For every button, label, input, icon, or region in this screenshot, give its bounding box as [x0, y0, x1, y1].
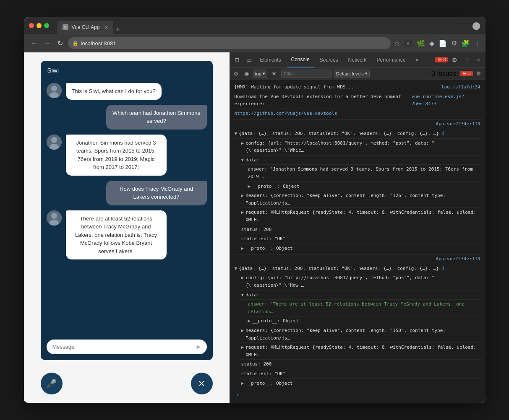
- svg-point-7: [51, 213, 57, 219]
- headers-text-1: headers: {connection: "keep-alive", cont…: [245, 192, 480, 207]
- message-input[interactable]: [52, 344, 196, 350]
- devtools-url[interactable]: https://github.com/vuejs/vue-devtools: [235, 111, 337, 116]
- browser-tab-active[interactable]: V Vue CLI App ×: [57, 21, 113, 34]
- traffic-light-green[interactable]: [44, 23, 49, 28]
- mic-button[interactable]: 🎤: [41, 373, 63, 394]
- lock-icon: 🔒: [72, 40, 78, 46]
- reading-icon[interactable]: 📄: [439, 39, 447, 47]
- settings-gear-icon[interactable]: ⚙: [475, 70, 483, 78]
- refresh-button[interactable]: ↻: [56, 38, 65, 49]
- chat-bubble-incoming: There are at least 52 relations between …: [66, 210, 167, 260]
- expand-config-2[interactable]: [241, 274, 244, 282]
- browser-tabs: V Vue CLI App × +: [57, 17, 120, 34]
- log-levels-dropdown[interactable]: Default levels ▾: [334, 70, 370, 78]
- hmr-link[interactable]: log.js?1afd:24: [441, 83, 480, 91]
- expand-headers-1[interactable]: [241, 192, 244, 200]
- console-headers-2: headers: {connection: "keep-alive", cont…: [240, 326, 482, 343]
- tab-network[interactable]: Network: [344, 52, 371, 67]
- tab-performance[interactable]: Performance: [373, 52, 410, 67]
- console-answer-2: answer: "There are at least 52 relations…: [246, 300, 482, 316]
- context-dropdown[interactable]: top ▾: [253, 70, 267, 78]
- chat-input-area: ➤: [47, 340, 207, 354]
- devtools-close-icon[interactable]: ×: [474, 55, 483, 65]
- expand-data-2[interactable]: [241, 291, 244, 299]
- chat-bottom-buttons: 🎤 ✕: [24, 368, 230, 403]
- error-icon: ⛔: [462, 71, 467, 76]
- address-text: localhost:8081: [81, 40, 116, 47]
- address-bar[interactable]: 🔒 localhost:8081: [68, 37, 391, 49]
- devtools-info-text: Download the Vue Devtools extension for …: [235, 93, 412, 108]
- expand-request-1[interactable]: [241, 209, 244, 216]
- chat-container: Siwi This is Siwi, what c: [41, 61, 213, 360]
- console-clear-icon[interactable]: ⊘: [232, 70, 240, 78]
- console-cursor-line[interactable]: ›: [233, 388, 482, 401]
- browser-window: V Vue CLI App × + ⬤ ← → ↻ 🔒 localhost:80…: [24, 17, 486, 403]
- error-badge: ⛔ 3: [435, 57, 448, 62]
- status-text-val-2: statusText: "OK": [241, 371, 286, 376]
- devtools-info-link[interactable]: vue.runtime.esm.js?2b0e:8473: [411, 93, 480, 108]
- console-object-1: {data: {…}, status: 200, statusText: "OK…: [233, 129, 482, 139]
- avatar: [47, 210, 62, 226]
- devtools-inspect-icon[interactable]: ⊡: [232, 55, 242, 65]
- extension2-icon[interactable]: ◆: [429, 39, 434, 47]
- source-link-1[interactable]: App.vue?234e:113: [436, 120, 480, 128]
- expand-config-1[interactable]: [241, 140, 244, 147]
- config-text-2: config: {url: "http://localhost:8081/que…: [245, 274, 480, 289]
- console-filter-input[interactable]: [281, 70, 332, 78]
- close-chat-button[interactable]: ✕: [191, 373, 213, 394]
- new-tab-button[interactable]: +: [116, 25, 120, 34]
- tab-elements[interactable]: Elements: [256, 52, 285, 67]
- console-status-text-1: statusText: "OK": [240, 234, 482, 244]
- traffic-lights: [29, 23, 49, 28]
- expand-request-2[interactable]: [241, 344, 244, 351]
- console-proto-main-1: __proto__: Object: [240, 244, 482, 254]
- expand-arrow-2[interactable]: [235, 265, 238, 272]
- bookmark-icon[interactable]: ☆: [394, 39, 400, 47]
- tab-more[interactable]: »: [411, 52, 423, 67]
- traffic-light-red[interactable]: [29, 23, 34, 28]
- extension1-icon[interactable]: 🌿: [417, 39, 425, 47]
- send-button[interactable]: ➤: [196, 343, 201, 351]
- devtools-settings-icon[interactable]: ⚙: [449, 55, 460, 65]
- tab-console[interactable]: Console: [287, 52, 314, 67]
- expand-proto-2[interactable]: [241, 380, 244, 387]
- forward-button[interactable]: →: [42, 38, 52, 49]
- console-status-2: status: 200: [240, 360, 482, 369]
- back-button[interactable]: ←: [29, 38, 39, 49]
- profile-icon[interactable]: ●: [404, 39, 412, 47]
- headers-text-2: headers: {connection: "keep-alive", cont…: [245, 327, 480, 342]
- console-preserve-icon[interactable]: ◉: [243, 70, 251, 78]
- eye-icon[interactable]: 👁: [270, 70, 279, 78]
- chat-title: Siwi: [47, 67, 59, 74]
- console-line-source2: App.vue?234e:113: [233, 254, 482, 264]
- browser-extensions-icon: ⬤: [472, 21, 480, 30]
- console-line-hmr: [HMR] Waiting for update signal from WDS…: [233, 83, 482, 92]
- tab-close-button[interactable]: ×: [104, 24, 108, 31]
- expand-proto-1[interactable]: [241, 245, 244, 252]
- console-line-devtools-url: https://github.com/vuejs/vue-devtools: [233, 109, 482, 119]
- devtools-toolbar: ⊘ ◉ top ▾ 👁 Default levels ▾ 3 Issues: ⛔…: [230, 67, 486, 80]
- source-link-2[interactable]: App.vue?234e:113: [436, 255, 480, 263]
- console-status-1: status: 200: [240, 225, 482, 235]
- puzzle-icon[interactable]: 🧩: [461, 39, 470, 47]
- chat-message-row: Which team had Jonathon Simmons served?: [106, 105, 207, 130]
- hmr-text: [HMR] Waiting for update signal from WDS…: [235, 83, 354, 91]
- devtools-device-icon[interactable]: ▭: [244, 55, 254, 65]
- status-text-2: status: 200: [241, 361, 272, 367]
- settings-icon[interactable]: ⚙: [451, 39, 457, 47]
- info-icon-1: ℹ: [442, 130, 444, 137]
- more-icon[interactable]: ⋮: [474, 39, 480, 47]
- console-answer-1: answer: "Jonathon Simmons had served 3 t…: [246, 165, 482, 181]
- expand-headers-2[interactable]: [241, 327, 244, 334]
- expand-proto-data-1[interactable]: [248, 183, 251, 190]
- console-object-2: {data: {…}, status: 200, statusText: "OK…: [233, 264, 482, 274]
- proto-data-text-1: __proto__: Object: [252, 183, 300, 190]
- devtools-more-icon[interactable]: ⋮: [462, 55, 472, 65]
- traffic-light-yellow[interactable]: [37, 23, 42, 28]
- console-content: [HMR] Waiting for update signal from WDS…: [230, 80, 486, 403]
- chat-message-row: Jonathon Simmons had served 3 teams. Spu…: [47, 135, 167, 176]
- expand-proto-data-2[interactable]: [248, 317, 251, 325]
- expand-arrow-1[interactable]: [235, 130, 238, 137]
- tab-sources[interactable]: Sources: [316, 52, 342, 67]
- expand-data-1[interactable]: [241, 156, 244, 164]
